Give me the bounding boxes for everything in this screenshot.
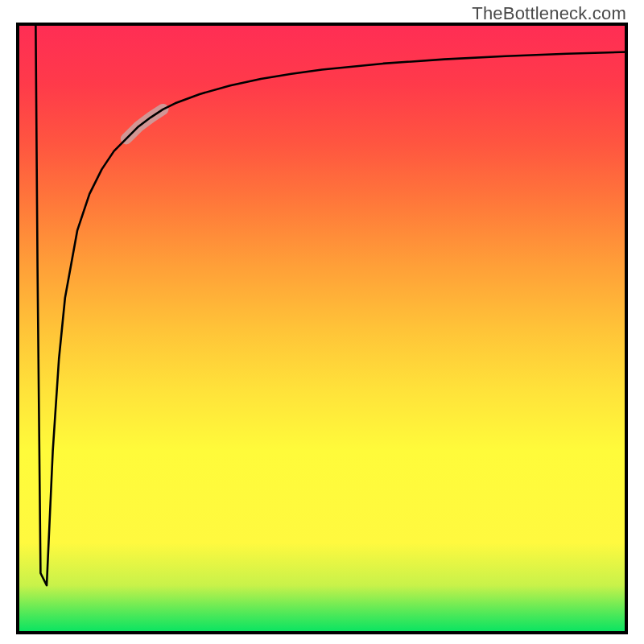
margin-bottom (0, 634, 644, 644)
bottleneck-chart: TheBottleneck.com (0, 0, 644, 644)
margin-right (628, 0, 644, 644)
curve-layer (16, 23, 628, 634)
margin-left (0, 0, 16, 644)
watermark-text: TheBottleneck.com (472, 3, 626, 24)
bottleneck-curve (35, 23, 628, 585)
